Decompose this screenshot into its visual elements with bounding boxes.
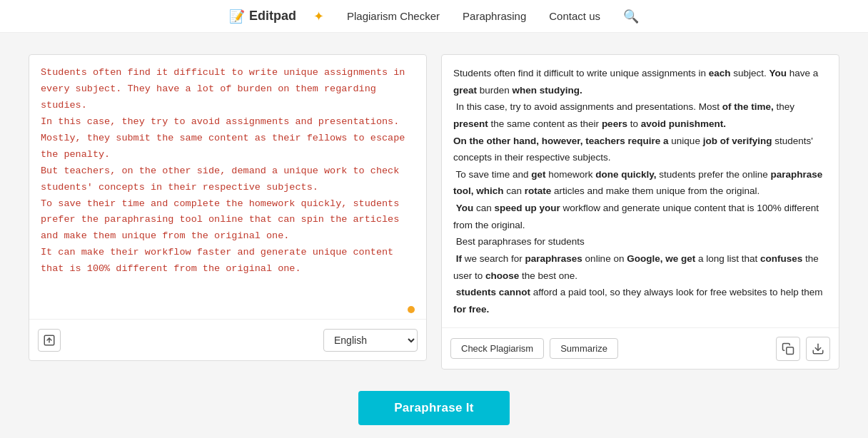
plagiarism-checker-link[interactable]: Plagiarism Checker <box>347 10 440 22</box>
svg-rect-1 <box>787 347 794 355</box>
brand-name: Editpad <box>249 9 296 24</box>
search-icon[interactable]: 🔍 <box>623 9 639 24</box>
paraphrase-row: Paraphrase It <box>0 377 868 432</box>
main-content: Students often find it difficult to writ… <box>0 33 868 377</box>
right-footer-actions: Check Plagiarism Summarize <box>450 338 618 359</box>
sun-icon: ✦ <box>313 9 324 24</box>
navbar: 📝 Editpad ✦ Plagiarism Checker Paraphras… <box>0 0 868 33</box>
input-textarea[interactable]: Students often find it difficult to writ… <box>29 55 426 319</box>
check-plagiarism-button[interactable]: Check Plagiarism <box>450 338 544 359</box>
right-panel-footer: Check Plagiarism Summarize <box>442 327 839 369</box>
contact-us-link[interactable]: Contact us <box>549 10 600 22</box>
right-footer-icons <box>776 337 830 361</box>
download-icon-button[interactable] <box>806 337 830 361</box>
paraphrase-button[interactable]: Paraphrase It <box>358 391 510 425</box>
summarize-button[interactable]: Summarize <box>550 338 618 359</box>
right-panel: Students often find it difficult to writ… <box>441 54 839 370</box>
paraphrasing-link[interactable]: Paraphrasing <box>463 10 526 22</box>
language-select[interactable]: English French Spanish German Italian Po… <box>323 329 418 352</box>
brand-icon: 📝 <box>229 9 245 24</box>
upload-button[interactable] <box>38 329 61 352</box>
dot-indicator <box>408 306 415 313</box>
copy-icon-button[interactable] <box>776 337 800 361</box>
left-panel: Students often find it difficult to writ… <box>29 54 427 361</box>
brand-logo[interactable]: 📝 Editpad <box>229 9 296 24</box>
left-panel-footer: English French Spanish German Italian Po… <box>29 319 426 360</box>
output-text: Students often find it difficult to writ… <box>442 55 839 327</box>
